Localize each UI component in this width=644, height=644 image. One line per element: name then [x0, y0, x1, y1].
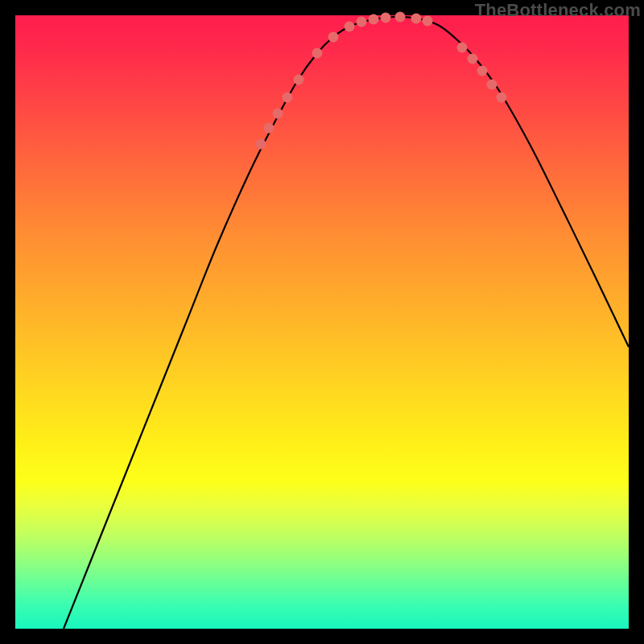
- marker-point: [294, 75, 304, 85]
- marker-point: [283, 93, 293, 103]
- marker-point: [256, 139, 266, 150]
- marker-group: [256, 12, 507, 150]
- marker-point: [411, 14, 422, 24]
- marker-point: [423, 16, 433, 27]
- watermark-text: TheBottleneck.com: [475, 0, 641, 21]
- chart-frame: [15, 15, 629, 629]
- marker-point: [273, 109, 283, 119]
- marker-point: [468, 54, 478, 64]
- marker-point: [487, 80, 497, 90]
- marker-point: [345, 22, 355, 32]
- curve-line: [64, 17, 629, 629]
- chart-plot: [15, 15, 629, 629]
- marker-point: [264, 123, 275, 134]
- marker-point: [477, 66, 488, 76]
- marker-point: [381, 13, 391, 23]
- marker-point: [497, 93, 507, 103]
- marker-point: [395, 12, 406, 23]
- marker-point: [357, 17, 367, 27]
- marker-point: [328, 32, 339, 43]
- marker-point: [457, 43, 468, 53]
- marker-point: [312, 48, 323, 59]
- marker-point: [369, 14, 379, 25]
